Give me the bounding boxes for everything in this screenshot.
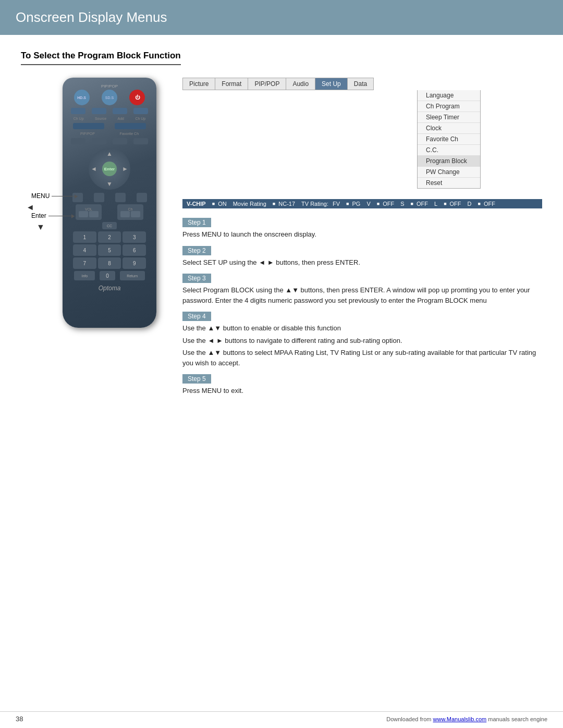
enter-annotation: Enter (31, 212, 75, 219)
nav-right-arrow[interactable]: ► (122, 165, 128, 172)
step2-badge: Step 2 (182, 246, 211, 255)
menu-items-list: Language Ch Program Sleep Timer Clock Fa… (417, 90, 481, 189)
pip-pop-btn[interactable] (73, 123, 104, 129)
vchip-d-label: D (468, 201, 472, 207)
step1-badge: Step 1 (182, 218, 211, 227)
num4-btn[interactable]: 4 (73, 244, 96, 256)
vol-btn[interactable]: VOL (76, 204, 102, 220)
num6-btn[interactable]: 6 (123, 244, 146, 256)
num9-btn[interactable]: 9 (123, 257, 146, 269)
step1-text: Press MENU to launch the onscreen displa… (182, 229, 542, 240)
source-btn[interactable] (92, 108, 106, 114)
menu-tabs: Picture Format PIP/POP Audio Set Up Data (182, 78, 374, 90)
vchip-d-cell: D (468, 201, 472, 207)
menu-item-pw-change[interactable]: PW Change (418, 167, 480, 178)
menu-display: Picture Format PIP/POP Audio Set Up Data… (182, 78, 542, 189)
menu-item-cc[interactable]: C.C. (418, 145, 480, 156)
section-title: To Select the Program Block Function (21, 51, 181, 65)
step4-line2: Use the ◄ ► buttons to navigate to diffe… (182, 336, 542, 346)
menu-annotation: MENU (31, 192, 78, 200)
sds-button[interactable]: SD.S (102, 90, 117, 105)
num5-btn[interactable]: 5 (98, 244, 121, 256)
num0-btn[interactable]: 0 (100, 271, 115, 280)
num2-btn[interactable]: 2 (98, 231, 121, 243)
vchip-fv-value-cell: ■ PG (346, 201, 360, 207)
page-title: Onscreen Display Menus (16, 9, 547, 26)
vchip-label: V-CHIP (187, 201, 206, 207)
tab-setup[interactable]: Set Up (315, 78, 348, 90)
hds-button[interactable]: HD.S (74, 90, 90, 105)
step3-block: Step 3 Select Program BLOCK using the ▲▼… (182, 274, 542, 305)
num1-btn[interactable]: 1 (73, 231, 96, 243)
vchip-tv-rating-cell: TV Rating: FV (301, 201, 340, 207)
step5-text: Press MENU to exit. (182, 386, 542, 396)
right-panel: Picture Format PIP/POP Audio Set Up Data… (182, 78, 542, 396)
favorite-ch-btn[interactable] (115, 123, 146, 129)
vchip-d-value-cell: ■ OFF (478, 201, 495, 207)
cc-btn[interactable]: CC (102, 222, 117, 229)
vchip-s-label: S (400, 201, 404, 207)
vchip-fv-value: PG (352, 201, 361, 207)
vchip-movie-cell: Movie Rating (233, 201, 266, 207)
footer-link[interactable]: www.Manualslib.com (433, 716, 487, 722)
menu-label: MENU (31, 192, 50, 200)
bottom-bar: 38 Downloaded from www.Manualslib.com ma… (0, 711, 563, 723)
extra-btn2[interactable] (94, 193, 104, 202)
nav-left-arrow[interactable]: ◄ (91, 165, 97, 172)
ch-dn2-btn[interactable] (71, 138, 85, 144)
vchip-v-cell: V (366, 201, 370, 207)
vchip-s-value-cell: ■ OFF (411, 201, 428, 207)
step4-line1: Use the ▲▼ button to enable or disable t… (182, 323, 542, 334)
num8-btn[interactable]: 8 (98, 257, 121, 269)
ch-up-btn[interactable] (71, 108, 85, 114)
nav-up-arrow[interactable]: ▲ (106, 150, 113, 157)
vchip-fv-label: FV (333, 201, 340, 207)
menu-item-sleep-timer[interactable]: Sleep Timer (418, 112, 480, 123)
remote-control: PIP/POP HD.S SD.S ⏻ Ch UpSourceAd (63, 78, 156, 328)
menu-item-reset[interactable]: Reset (418, 178, 480, 188)
step3-badge: Step 3 (182, 274, 211, 283)
extra-btn4[interactable] (137, 193, 147, 202)
tab-format[interactable]: Format (215, 78, 248, 90)
enter-label: Enter (31, 212, 46, 219)
footer-text: Downloaded from www.Manualslib.com manua… (386, 716, 547, 722)
menu-item-favorite-ch[interactable]: Favorite Ch (418, 134, 480, 145)
info-btn[interactable]: Info (74, 271, 95, 280)
tab-picture[interactable]: Picture (183, 78, 215, 90)
vchip-movie-value-cell: ■ NC-17 (273, 201, 295, 207)
step3-text: Select Program BLOCK using the ▲▼ button… (182, 285, 542, 305)
ch-dn3-btn[interactable] (133, 138, 148, 144)
remote-area: PIP/POP HD.S SD.S ⏻ Ch UpSourceAd (21, 78, 167, 396)
vchip-s-cell: S (400, 201, 404, 207)
ch-btn[interactable]: Ch (117, 204, 143, 220)
menu-item-ch-program[interactable]: Ch Program (418, 101, 480, 112)
power-button[interactable]: ⏻ (129, 90, 145, 105)
menu-item-language[interactable]: Language (418, 90, 480, 101)
menu-item-program-block[interactable]: Program Block (418, 156, 480, 167)
swap-btn[interactable] (92, 138, 106, 144)
nav-enter-btn[interactable]: Enter (102, 162, 117, 176)
remote-brand: Optoma (68, 285, 151, 292)
left-arrow-annotation: ◄ (26, 203, 34, 212)
step5-badge: Step 5 (182, 374, 211, 384)
num3-btn[interactable]: 3 (123, 231, 146, 243)
step4-badge: Step 4 (182, 312, 211, 321)
vchip-on-cell: ■ ON (212, 201, 227, 207)
nav-down-arrow[interactable]: ▼ (106, 180, 113, 188)
step5-block: Step 5 Press MENU to exit. (182, 374, 542, 396)
enter2-btn[interactable] (113, 138, 127, 144)
vchip-v-value-cell: ■ OFF (377, 201, 394, 207)
ch-dn-btn[interactable] (133, 108, 148, 114)
tab-audio[interactable]: Audio (286, 78, 315, 90)
extra-btn3[interactable] (115, 193, 126, 202)
tab-pip-pop[interactable]: PIP/POP (248, 78, 286, 90)
down-arrow-annotation: ▼ (36, 223, 45, 232)
add-btn[interactable] (113, 108, 127, 114)
return-btn[interactable]: Return (120, 271, 145, 280)
num7-btn[interactable]: 7 (73, 257, 96, 269)
tab-data[interactable]: Data (348, 78, 373, 90)
vchip-movie-label: Movie Rating (233, 201, 266, 207)
page-number: 38 (16, 715, 23, 723)
menu-item-clock[interactable]: Clock (418, 123, 480, 134)
vchip-l-value-cell: ■ OFF (444, 201, 461, 207)
